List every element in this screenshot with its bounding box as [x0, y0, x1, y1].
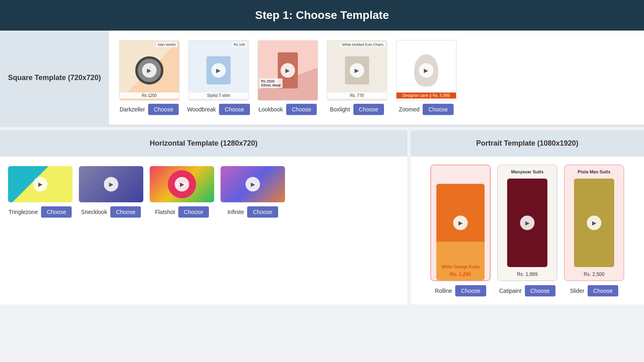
catipaint-name: Catipaint	[499, 288, 521, 294]
horizontal-template-section: Horizontal Template (1280x720) ▶ Tringle…	[0, 130, 407, 304]
zoomed-play-btn[interactable]: ▶	[419, 63, 433, 78]
infinite-name-row: Infinite Choose	[221, 206, 285, 218]
woodbreak-name: Woodbreak	[187, 106, 216, 113]
portrait-template-section: Portrait Template (1080x1920) White Oran…	[411, 130, 644, 304]
slider-price: Rs. 2,500	[565, 272, 623, 277]
slider-play-btn[interactable]: ▶	[587, 216, 601, 230]
template-card-slider: Pista Man Suits Rs. 2,500 ▶ Slider Choos…	[564, 165, 624, 296]
rolline-preview[interactable]: White Orange Kurta Rs. 1,250 ▶	[430, 165, 491, 281]
portrait-templates-row: White Orange Kurta Rs. 1,250 ▶ Rolline C…	[411, 156, 644, 304]
lookbook-play-btn[interactable]: ▶	[281, 63, 295, 78]
woodbreak-preview[interactable]: Rs 199 Stylist T-shirt ▶	[188, 40, 249, 101]
slider-preview[interactable]: Pista Man Suits Rs. 2,500 ▶	[564, 165, 624, 281]
slider-name-row: Slider Choose	[564, 285, 624, 296]
tringlezone-name: Tringlezone	[9, 209, 38, 215]
page-title: Step 1: Choose Template	[0, 0, 644, 31]
rolline-play-btn[interactable]: ▶	[453, 216, 468, 230]
boxlight-play-btn[interactable]: ▶	[350, 63, 364, 78]
boxlight-name: Boxlight	[330, 106, 350, 113]
main-content: Square Template (720x720) Man Welsh Rs 1…	[0, 31, 644, 304]
snecklook-choose-button[interactable]: Choose	[110, 206, 141, 218]
darkzeller-name-row: Darkzeller Choose	[117, 104, 182, 115]
infinite-choose-button[interactable]: Choose	[247, 206, 278, 218]
snecklook-play-btn[interactable]: ▶	[104, 177, 118, 191]
lookbook-name-row: Lookbook Choose	[256, 104, 320, 115]
flatshot-name-row: Flatshot Choose	[150, 206, 214, 218]
infinite-preview[interactable]: ▶	[221, 166, 285, 202]
horizontal-templates-row: ▶ Tringlezone Choose ▶ Snecklook	[0, 156, 407, 227]
infinite-name: Infinite	[227, 209, 244, 215]
template-card-darkzeller: Man Welsh Rs 1250 ▶ Darkzeller Choose	[117, 40, 182, 115]
infinite-play-btn[interactable]: ▶	[246, 177, 260, 191]
template-card-zoomed: Designer cane || Rs. 5,999 ▶ Zoomed Choo…	[394, 40, 458, 115]
flatshot-play-btn[interactable]: ▶	[175, 177, 189, 191]
boxlight-price: Rs. 770	[327, 93, 387, 99]
template-card-rolline: White Orange Kurta Rs. 1,250 ▶ Rolline C…	[430, 165, 491, 296]
lookbook-overlay: Rs 2500Ethnic Wear	[260, 78, 283, 88]
darkzeller-price: Rs 1250	[120, 93, 179, 99]
woodbreak-top-tag: Rs 199	[232, 42, 247, 47]
tringlezone-choose-button[interactable]: Choose	[41, 206, 72, 218]
woodbreak-price: Stylist T-shirt	[189, 93, 248, 99]
zoomed-preview[interactable]: Designer cane || Rs. 5,999 ▶	[396, 40, 456, 101]
boxlight-top-tag: White Molded Evie Chairs	[340, 42, 385, 47]
lookbook-name: Lookbook	[258, 106, 283, 113]
rolline-name-row: Rolline Choose	[430, 285, 491, 296]
catipaint-play-btn[interactable]: ▶	[520, 216, 535, 230]
woodbreak-choose-button[interactable]: Choose	[219, 104, 250, 115]
zoomed-name: Zoomed	[399, 106, 419, 113]
darkzeller-preview[interactable]: Man Welsh Rs 1250 ▶	[119, 40, 180, 101]
lookbook-preview[interactable]: Rs 2500Ethnic Wear ▶	[258, 40, 318, 101]
darkzeller-name: Darkzeller	[120, 106, 145, 113]
bottom-sections: Horizontal Template (1280x720) ▶ Tringle…	[0, 130, 644, 304]
snecklook-name: Snecklook	[81, 209, 107, 215]
portrait-section-label: Portrait Template (1080x1920)	[411, 130, 644, 156]
zoomed-price: Designer cane || Rs. 5,999	[396, 93, 456, 99]
rolline-name: Rolline	[435, 288, 452, 294]
zoomed-name-row: Zoomed Choose	[394, 104, 458, 115]
darkzeller-play-btn[interactable]: ▶	[142, 63, 157, 78]
slider-name: Slider	[570, 288, 584, 294]
rolline-price: Rs. 1,250	[431, 272, 490, 277]
darkzeller-choose-button[interactable]: Choose	[148, 104, 179, 115]
snecklook-name-row: Snecklook Choose	[79, 206, 143, 218]
snecklook-preview[interactable]: ▶	[79, 166, 143, 202]
template-card-tringlezone: ▶ Tringlezone Choose	[8, 166, 72, 218]
template-card-lookbook: Rs 2500Ethnic Wear ▶ Lookbook Choose	[256, 40, 320, 115]
template-card-flatshot: Anar ▶ Flatshot Choose	[150, 166, 214, 218]
catipaint-name-row: Catipaint Choose	[497, 285, 557, 296]
woodbreak-play-btn[interactable]: ▶	[211, 63, 226, 78]
tringlezone-name-row: Tringlezone Choose	[8, 206, 72, 218]
square-templates-row: Man Welsh Rs 1250 ▶ Darkzeller Choose Rs…	[109, 31, 644, 125]
flatshot-preview[interactable]: Anar ▶	[150, 166, 214, 202]
boxlight-preview[interactable]: White Molded Evie Chairs Rs. 770 ▶	[327, 40, 387, 101]
zoomed-choose-button[interactable]: Choose	[423, 104, 453, 115]
template-card-infinite: ▶ Infinite Choose	[221, 166, 285, 218]
boxlight-name-row: Boxlight Choose	[325, 104, 389, 115]
template-card-snecklook: ▶ Snecklook Choose	[79, 166, 143, 218]
flatshot-choose-button[interactable]: Choose	[178, 206, 209, 218]
darkzeller-top-tag: Man Welsh	[156, 42, 178, 47]
catipaint-price: Rs. 1,899	[498, 272, 557, 277]
template-card-boxlight: White Molded Evie Chairs Rs. 770 ▶ Boxli…	[325, 40, 389, 115]
woodbreak-name-row: Woodbreak Choose	[186, 104, 251, 115]
rolline-choose-button[interactable]: Choose	[455, 285, 486, 296]
catipaint-title: Manyavar Suits	[498, 169, 557, 174]
template-card-woodbreak: Rs 199 Stylist T-shirt ▶ Woodbreak Choos…	[186, 40, 251, 115]
tringlezone-preview[interactable]: ▶	[8, 166, 72, 202]
square-section-label: Square Template (720x720)	[0, 31, 109, 125]
square-template-section: Square Template (720x720) Man Welsh Rs 1…	[0, 31, 644, 127]
tringlezone-play-btn[interactable]: ▶	[33, 177, 47, 191]
lookbook-choose-button[interactable]: Choose	[286, 104, 317, 115]
template-card-catipaint: Manyavar Suits Rs. 1,899 ▶ Catipaint Cho…	[497, 165, 557, 296]
flatshot-name: Flatshot	[155, 209, 175, 215]
boxlight-choose-button[interactable]: Choose	[353, 104, 384, 115]
horizontal-section-label: Horizontal Template (1280x720)	[0, 130, 407, 156]
catipaint-preview[interactable]: Manyavar Suits Rs. 1,899 ▶	[497, 165, 557, 281]
rolline-product-title: White Orange Kurta	[431, 265, 490, 269]
catipaint-choose-button[interactable]: Choose	[525, 285, 555, 296]
slider-title: Pista Man Suits	[565, 169, 623, 174]
slider-choose-button[interactable]: Choose	[588, 285, 618, 296]
